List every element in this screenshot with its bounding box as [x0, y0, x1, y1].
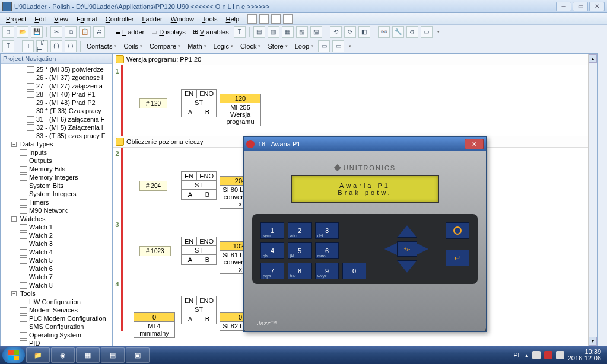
tree-item[interactable]: 28 - (MI 40) Prad P1 — [3, 90, 112, 98]
tree-item[interactable]: 32 - (MI 5) Załączenia l — [3, 123, 112, 132]
tree-item[interactable]: Modem Services — [3, 306, 112, 314]
tree-item[interactable]: Watch 1 — [3, 223, 112, 231]
tb-displays[interactable]: ▭ Displays — [149, 28, 188, 36]
tb-save[interactable]: 💾 — [31, 26, 43, 38]
tb2-a[interactable]: T — [2, 40, 14, 52]
key-1[interactable]: sym1 — [260, 222, 284, 239]
minimize-button[interactable]: ─ — [556, 2, 571, 11]
tree-item[interactable]: Outputs — [3, 157, 112, 165]
tree-item[interactable]: Operating System — [3, 331, 112, 339]
task-app1[interactable]: ▦ — [76, 347, 100, 363]
tree-item[interactable]: Watch 8 — [3, 281, 112, 289]
task-app2[interactable]: ▤ — [101, 347, 125, 363]
tb-h[interactable]: ⟳ — [344, 26, 356, 38]
close-button[interactable]: ✕ — [589, 2, 605, 11]
key-2[interactable]: abc2 — [288, 222, 312, 239]
tb-i[interactable]: ◧ — [358, 26, 370, 38]
tb2-math[interactable]: Math ▾ — [185, 43, 208, 50]
maximize-button[interactable]: ▭ — [573, 2, 588, 11]
tray-icon[interactable] — [532, 351, 541, 359]
scroll-up[interactable]: ▴ — [589, 54, 597, 63]
tray-lang[interactable]: PL — [513, 352, 521, 359]
tb-e[interactable]: ▧ — [296, 26, 308, 38]
task-explorer[interactable]: 📁 — [26, 347, 50, 363]
tree-item[interactable]: Inputs — [3, 148, 112, 157]
system-tray[interactable]: PL ▴ 10:39 2016-12-06 — [510, 349, 605, 362]
ladder-block[interactable]: ENENO ST AB — [181, 89, 217, 117]
start-button[interactable] — [2, 347, 25, 363]
key-power[interactable] — [446, 222, 469, 239]
key-4[interactable]: ghi4 — [260, 242, 284, 259]
tb2-loop[interactable]: Loop ▾ — [293, 43, 316, 50]
right-scrollbar[interactable] — [598, 53, 607, 346]
tb2-contacts[interactable]: Contacts ▾ — [84, 43, 119, 50]
tree-item[interactable]: Timers — [3, 198, 112, 206]
tb-paste[interactable]: 📋 — [79, 26, 91, 38]
tb-open[interactable]: 📂 — [17, 26, 28, 38]
menu-icon-2[interactable] — [259, 14, 269, 24]
ladder-value[interactable]: # 204 — [139, 181, 167, 191]
tree-item[interactable]: 25 * (MI 35) potwierdze — [3, 65, 112, 74]
tree-item[interactable]: Watch 6 — [3, 264, 112, 273]
tb-m[interactable]: ▭ — [421, 26, 433, 38]
key-3[interactable]: def3 — [315, 222, 339, 239]
tb-copy[interactable]: ⧉ — [65, 26, 77, 38]
tb-k[interactable]: 🔧 — [392, 26, 404, 38]
tree-item[interactable]: Watch 7 — [3, 273, 112, 281]
menu-controller[interactable]: Controller — [102, 15, 138, 23]
tb-c[interactable]: ▥ — [268, 26, 279, 38]
menu-icon-4[interactable] — [283, 14, 293, 24]
tb2-no[interactable]: ⊣/⊢ — [36, 40, 48, 52]
menu-window[interactable]: Window — [167, 15, 198, 23]
tree-item[interactable]: 29 - (MI 43) Prad P2 — [3, 98, 112, 107]
menu-icon-3[interactable] — [271, 14, 281, 24]
tb2-coils[interactable]: Coils ▾ — [121, 43, 144, 50]
tree-item[interactable]: SMS Configuration — [3, 323, 112, 331]
tree-item[interactable]: Watch 2 — [3, 231, 112, 240]
menu-edit[interactable]: Edit — [31, 15, 49, 23]
tree-item[interactable]: Memory Bits — [3, 165, 112, 173]
menu-format[interactable]: Format — [73, 15, 101, 23]
key-8[interactable]: tuv8 — [288, 263, 312, 279]
tree-item[interactable]: System Integers — [3, 190, 112, 198]
tb-new[interactable]: □ — [2, 26, 14, 38]
tray-icon-2[interactable] — [556, 351, 564, 359]
tb2-c[interactable]: ( ) — [50, 40, 62, 52]
tb-f[interactable]: ▨ — [310, 26, 322, 38]
tb-d[interactable]: ▦ — [282, 26, 294, 38]
tree-item[interactable]: 26 - (MI 37) zgodnosc ł — [3, 74, 112, 82]
ladder-value[interactable]: # 120 — [139, 98, 167, 108]
tb-ladder[interactable]: ≣ Ladder — [113, 28, 147, 36]
key-6[interactable]: mno6 — [315, 242, 339, 259]
tb2-y[interactable]: ▭ — [332, 40, 344, 52]
arrow-center[interactable]: +/- — [397, 241, 417, 257]
tb2-store[interactable]: Store ▾ — [265, 43, 290, 50]
tb2-d[interactable]: ⟨ ⟩ — [65, 40, 77, 52]
tree-item[interactable]: 33 - (T 35) czas pracy F — [3, 132, 112, 140]
key-9[interactable]: wxyz9 — [315, 263, 339, 279]
tb-cut[interactable]: ✂ — [50, 26, 62, 38]
ladder-output[interactable]: 120 MI 255 Wersja programu — [220, 94, 261, 126]
tree-item[interactable]: System Bits — [3, 181, 112, 190]
tree-item[interactable]: HW Configuration — [3, 298, 112, 306]
menu-icon-1[interactable] — [247, 14, 257, 24]
tb-g[interactable]: ⟲ — [330, 26, 342, 38]
tree-item[interactable]: 31 - (MI 6) załączenia F — [3, 115, 112, 123]
tree-item[interactable]: Watch 4 — [3, 248, 112, 256]
task-chrome[interactable]: ◉ — [51, 347, 75, 363]
tree-item[interactable]: PID — [3, 339, 112, 346]
tree-group-datatypes[interactable]: −Data Types — [3, 140, 112, 148]
tray-icon-av[interactable] — [544, 351, 552, 359]
key-0[interactable]: 0 — [342, 263, 366, 279]
tree-item[interactable]: Watch 3 — [3, 240, 112, 248]
ladder-value[interactable]: 0 MI 4 minimalny — [134, 312, 175, 338]
tree-item[interactable]: Memory Integers — [3, 173, 112, 181]
ladder-value[interactable]: # 1023 — [139, 246, 171, 256]
tb-l[interactable]: ⚙ — [406, 26, 418, 38]
tb-variables[interactable]: ⊞ Variables — [190, 28, 231, 36]
tree-item[interactable]: M90 Network — [3, 206, 112, 215]
tb2-nc[interactable]: ⊣⊢ — [22, 40, 34, 52]
tb2-compare[interactable]: Compare ▾ — [147, 43, 183, 50]
tb2-logic[interactable]: Logic ▾ — [211, 43, 236, 50]
tb2-clock[interactable]: Clock ▾ — [238, 43, 263, 50]
